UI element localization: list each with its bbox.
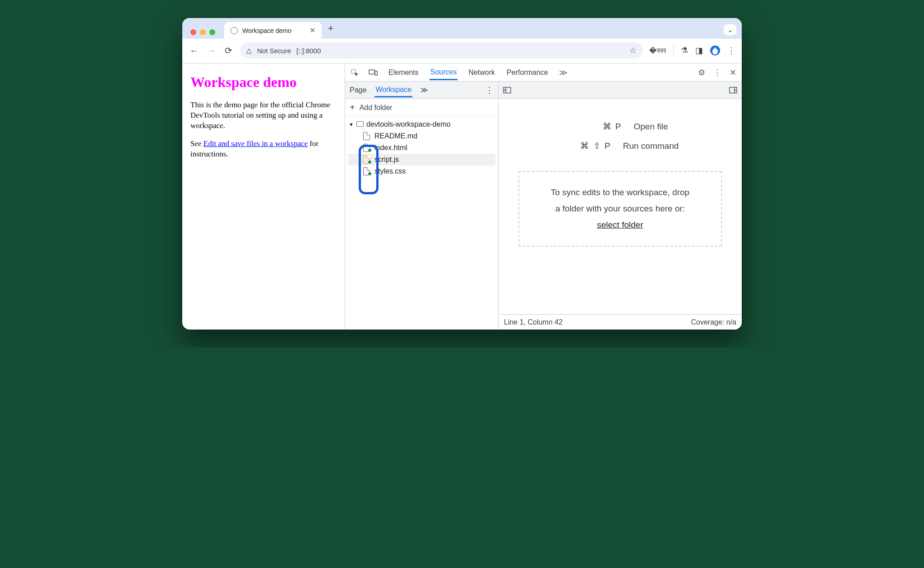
file-icon: [363, 132, 370, 140]
nav-menu-icon[interactable]: ⋮: [485, 85, 494, 95]
file-name: styles.css: [374, 167, 406, 175]
drop-text-1: To sync edits to the workspace, drop: [533, 184, 708, 201]
expand-arrow-icon[interactable]: ▼: [349, 122, 354, 127]
nav-tab-workspace[interactable]: Workspace: [374, 83, 412, 97]
editor-pane: ⌘ P Open file ⌘ ⇧ P Run command To sync …: [499, 82, 742, 330]
tab-title: Workspace demo: [242, 27, 291, 34]
nav-tab-page[interactable]: Page: [350, 86, 366, 94]
cursor-position: Line 1, Column 42: [504, 318, 563, 326]
page-paragraph-1: This is the demo page for the official C…: [190, 100, 337, 131]
workspace-dropzone[interactable]: To sync edits to the workspace, drop a f…: [518, 171, 722, 247]
tab-sources[interactable]: Sources: [430, 64, 458, 80]
tree-file[interactable]: styles.css: [348, 165, 495, 177]
device-mode-icon[interactable]: [369, 69, 378, 76]
file-name: README.md: [374, 132, 417, 140]
show-debugger-icon[interactable]: [729, 87, 737, 94]
devtools-panel: Elements Sources Network Performance ≫ ⚙…: [345, 64, 742, 330]
folder-icon: [356, 121, 364, 127]
settings-gear-icon[interactable]: ⚙: [698, 68, 705, 78]
back-button[interactable]: ←: [189, 46, 199, 56]
tree-file[interactable]: README.md: [348, 130, 495, 142]
warning-icon: △: [246, 46, 252, 55]
toolbar-icons: �ববব ⚗ ◨ ⋮: [649, 46, 735, 55]
folder-name: devtools-workspace-demo: [366, 120, 451, 128]
divider: [673, 46, 674, 55]
page-heading: Workspace demo: [190, 73, 337, 92]
devtools-topbar: Elements Sources Network Performance ≫ ⚙…: [345, 64, 742, 82]
tab-performance[interactable]: Performance: [506, 65, 549, 80]
browser-toolbar: ← → ⟳ △ Not Secure [::]:8000 ☆ �ববব ⚗ ◨ …: [182, 39, 742, 64]
url-text: [::]:8000: [296, 47, 321, 55]
page-paragraph-2: See Edit and save files in a workspace f…: [190, 139, 337, 160]
address-bar[interactable]: △ Not Secure [::]:8000 ☆: [240, 42, 643, 59]
close-window-button[interactable]: [190, 29, 196, 35]
close-devtools-icon[interactable]: ✕: [730, 68, 736, 78]
globe-icon: [231, 27, 238, 34]
forward-button[interactable]: →: [206, 46, 217, 56]
editor-statusbar: Line 1, Column 42 Coverage: n/a: [499, 314, 742, 330]
security-label: Not Secure: [257, 47, 291, 55]
profile-avatar[interactable]: [710, 46, 720, 55]
browser-window: Workspace demo ✕ + ⌄ ← → ⟳ △ Not Secure …: [182, 18, 742, 330]
drop-text-2: a folder with your sources here or:: [533, 201, 708, 217]
svg-rect-3: [504, 87, 511, 93]
nav-more-tabs-icon[interactable]: ≫: [420, 86, 428, 94]
tab-list-button[interactable]: ⌄: [724, 24, 736, 35]
editor-topbar: [499, 82, 742, 99]
devtools-menu-icon[interactable]: ⋮: [713, 68, 721, 78]
shortcut-keys: ⌘ ⇧ P: [562, 141, 611, 151]
file-name: script.js: [374, 156, 399, 164]
shortcut-run-command: ⌘ ⇧ P Run command: [562, 141, 679, 151]
chrome-menu-icon[interactable]: ⋮: [727, 46, 735, 55]
maximize-window-button[interactable]: [209, 29, 215, 35]
new-tab-button[interactable]: +: [328, 23, 334, 34]
devtools-body: Page Workspace ≫ ⋮ + Add folder ▼ devtoo: [345, 82, 742, 330]
tutorial-link[interactable]: Edit and save files in a workspace: [203, 139, 308, 148]
bookmark-icon[interactable]: ☆: [629, 46, 637, 55]
file-tree: ▼ devtools-workspace-demo README.mdindex…: [345, 117, 498, 179]
mapped-dot-icon: [368, 148, 372, 152]
tab-elements[interactable]: Elements: [388, 65, 420, 80]
window-controls: [188, 29, 220, 39]
svg-rect-2: [375, 71, 377, 75]
tree-folder[interactable]: ▼ devtools-workspace-demo: [348, 119, 495, 130]
extensions-icon[interactable]: �ববব: [649, 46, 666, 55]
tab-strip: Workspace demo ✕ + ⌄: [182, 18, 742, 39]
editor-body: ⌘ P Open file ⌘ ⇧ P Run command To sync …: [499, 99, 742, 314]
plus-icon: +: [350, 102, 355, 113]
svg-rect-5: [730, 87, 737, 93]
select-folder-link[interactable]: select folder: [597, 220, 643, 229]
add-folder-button[interactable]: + Add folder: [345, 99, 498, 117]
close-tab-icon[interactable]: ✕: [310, 26, 315, 35]
minimize-window-button[interactable]: [200, 29, 206, 35]
reload-button[interactable]: ⟳: [223, 45, 234, 56]
shortcut-keys: ⌘ P: [572, 121, 622, 132]
side-panel-icon[interactable]: ◨: [695, 46, 703, 55]
content-area: Workspace demo This is the demo page for…: [182, 64, 742, 330]
tree-file[interactable]: index.html: [348, 142, 495, 154]
mapped-dot-icon: [368, 172, 372, 176]
navigator-pane: Page Workspace ≫ ⋮ + Add folder ▼ devtoo: [345, 82, 499, 330]
tree-file[interactable]: script.js: [348, 154, 495, 165]
tab-network[interactable]: Network: [467, 65, 496, 80]
show-navigator-icon[interactable]: [503, 87, 511, 94]
svg-rect-1: [369, 70, 375, 74]
navigator-tabs: Page Workspace ≫ ⋮: [345, 82, 498, 99]
labs-icon[interactable]: ⚗: [681, 46, 688, 55]
file-name: index.html: [374, 144, 407, 152]
shortcut-label: Run command: [623, 141, 679, 151]
shortcut-label: Open file: [633, 122, 668, 132]
browser-tab[interactable]: Workspace demo ✕: [224, 22, 322, 39]
page-viewport: Workspace demo This is the demo page for…: [182, 64, 345, 330]
mapped-dot-icon: [368, 160, 372, 164]
coverage-status: Coverage: n/a: [691, 318, 736, 326]
inspect-icon[interactable]: [351, 69, 359, 77]
shortcut-open-file: ⌘ P Open file: [572, 121, 668, 132]
more-tabs-icon[interactable]: ≫: [559, 68, 568, 78]
add-folder-label: Add folder: [360, 104, 393, 112]
